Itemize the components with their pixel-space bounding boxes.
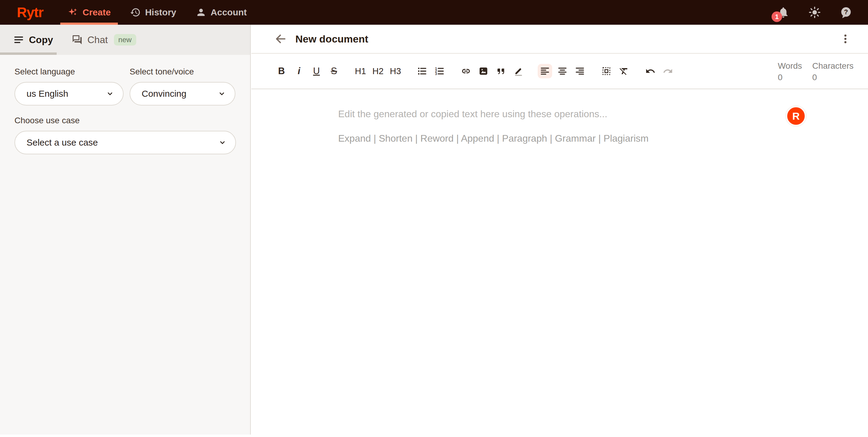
select-all-icon [601, 66, 612, 76]
editor-toolbar: BiUSH1H2H3123 Words 0 Characters 0 [251, 54, 868, 89]
toolbar-redo-button[interactable] [661, 64, 675, 79]
toolbar-align-right-button[interactable] [572, 64, 587, 79]
nav-item-create[interactable]: Create [60, 0, 118, 25]
main-nav: Create History Account [60, 0, 259, 25]
nav-item-history[interactable]: History [123, 0, 183, 25]
numbered-list-icon: 123 [434, 66, 444, 76]
language-label: Select language [14, 67, 124, 76]
toolbar-select-all-button[interactable] [599, 64, 614, 79]
app-logo[interactable]: Rytr [17, 4, 43, 21]
chevron-down-icon [106, 90, 114, 98]
toolbar-align-left-button[interactable] [538, 64, 552, 79]
document-header: New document [251, 25, 868, 54]
sidebar: Copy Chat new Select language us English… [0, 25, 251, 435]
tab-copy[interactable]: Copy [13, 25, 53, 55]
theme-toggle-button[interactable] [808, 6, 821, 19]
person-icon [195, 7, 207, 18]
words-counter: Words 0 [778, 60, 802, 83]
document-panel: New document BiUSH1H2H3123 Words 0 Chara… [251, 25, 868, 437]
toolbar-text-highlight-button[interactable] [511, 64, 526, 79]
toolbar-blockquote-button[interactable] [494, 64, 508, 79]
toolbar-bullet-list-button[interactable] [415, 64, 429, 79]
toolbar-strikethrough-button[interactable]: S [327, 64, 341, 79]
tone-select[interactable]: Convincing [130, 82, 236, 105]
clear-format-icon [619, 66, 629, 76]
italic-glyph: i [298, 66, 301, 76]
sparkle-icon [67, 7, 79, 18]
toolbar-insert-image-button[interactable] [476, 64, 491, 79]
nav-create-label: Create [83, 7, 111, 18]
align-center-icon [557, 66, 567, 76]
tone-label: Select tone/voice [130, 67, 236, 76]
editor-area[interactable]: Edit the generated or copied text here u… [251, 89, 868, 376]
sidebar-tabs: Copy Chat new [0, 25, 250, 55]
clock-history-icon [130, 7, 141, 18]
toolbar-heading-2-button[interactable]: H2 [371, 64, 385, 79]
nav-item-account[interactable]: Account [188, 0, 254, 25]
quote-icon [496, 66, 506, 76]
words-value: 0 [778, 72, 802, 83]
kebab-menu-icon [840, 33, 851, 44]
toolbar-italic-button[interactable]: i [292, 64, 306, 79]
usecase-value: Select a use case [27, 137, 98, 148]
toolbar-numbered-list-button[interactable]: 123 [432, 64, 447, 79]
redo-icon [663, 66, 673, 76]
characters-label: Characters [812, 60, 854, 72]
toolbar-clear-formatting-button[interactable] [617, 64, 631, 79]
toolbar-underline-button[interactable]: U [309, 64, 324, 79]
tab-copy-label: Copy [29, 34, 53, 45]
arrow-left-icon [274, 33, 287, 45]
svg-text:3: 3 [435, 72, 437, 76]
usecase-label: Choose use case [14, 116, 236, 125]
help-icon: ? [840, 6, 852, 19]
back-button[interactable] [274, 33, 287, 45]
bullet-list-icon [417, 66, 427, 76]
language-value: us English [27, 89, 68, 99]
heading-3-glyph: H3 [390, 66, 401, 76]
link-icon [461, 66, 471, 76]
align-left-icon [540, 66, 550, 76]
toolbar-heading-1-button[interactable]: H1 [353, 64, 368, 79]
document-title: New document [296, 33, 368, 45]
align-right-icon [575, 66, 585, 76]
usecase-field: Choose use case Select a use case [14, 116, 236, 154]
characters-value: 0 [812, 72, 854, 83]
undo-icon [645, 66, 655, 76]
editor-placeholder-line2: Expand | Shorten | Reword | Append | Par… [338, 133, 868, 144]
language-field: Select language us English [14, 67, 124, 105]
lines-icon [13, 34, 24, 45]
image-icon [478, 66, 489, 76]
tone-value: Convincing [142, 89, 186, 99]
characters-counter: Characters 0 [812, 60, 854, 83]
more-options-button[interactable] [840, 33, 851, 44]
text-counters: Words 0 Characters 0 [778, 60, 854, 83]
language-select[interactable]: us English [14, 82, 124, 105]
bold-glyph: B [278, 66, 285, 76]
toolbar-insert-link-button[interactable] [459, 64, 473, 79]
sidebar-form: Select language us English Select tone/v… [0, 55, 250, 154]
nav-history-label: History [145, 7, 176, 18]
tab-chat-label: Chat [87, 34, 108, 45]
rytr-assistant-button[interactable]: R [786, 106, 806, 126]
chevron-down-icon [218, 138, 226, 147]
toolbar-undo-button[interactable] [643, 64, 658, 79]
tab-chat[interactable]: Chat new [72, 25, 136, 55]
toolbar-heading-3-button[interactable]: H3 [388, 64, 403, 79]
usecase-select[interactable]: Select a use case [14, 131, 236, 154]
help-button[interactable]: ? [840, 6, 852, 19]
highlighter-icon [513, 66, 524, 76]
nav-account-label: Account [211, 7, 247, 18]
notifications-button[interactable]: 1 [777, 6, 789, 19]
strikethrough-glyph: S [331, 66, 337, 76]
words-label: Words [778, 60, 802, 72]
toolbar-bold-button[interactable]: B [274, 64, 289, 79]
chat-icon [72, 34, 83, 45]
underline-glyph: U [313, 66, 320, 76]
heading-1-glyph: H1 [355, 66, 366, 76]
sun-icon [808, 6, 821, 19]
notification-count-badge: 1 [772, 11, 782, 22]
toolbar-align-center-button[interactable] [555, 64, 569, 79]
svg-text:?: ? [844, 8, 848, 16]
top-navbar: Rytr Create History Account 1 ? [0, 0, 868, 25]
new-badge: new [114, 34, 136, 45]
